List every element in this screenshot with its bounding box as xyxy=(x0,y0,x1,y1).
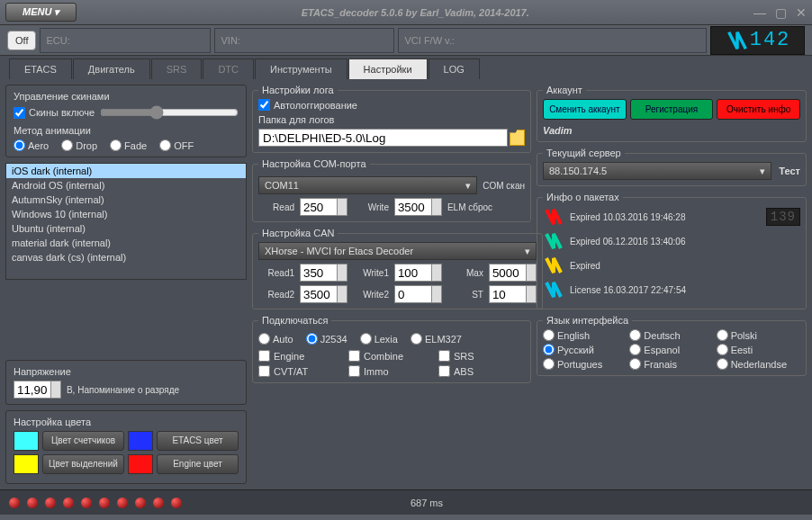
server-group: Текущий сервер 88.150.174.5 Тест xyxy=(537,148,807,186)
server-select[interactable]: 88.150.174.5 xyxy=(543,162,771,180)
voltage-spinner[interactable]: ▲▼ xyxy=(14,381,61,399)
skin-item[interactable]: iOS dark (internal) xyxy=(6,164,246,178)
connect-radio-j2534[interactable]: J2534 xyxy=(306,333,347,345)
log-title: Настройки лога xyxy=(258,85,338,95)
skin-list[interactable]: iOS dark (internal)Android OS (internal)… xyxy=(5,163,247,280)
change-account-button[interactable]: Сменить аккаунт xyxy=(543,99,627,120)
com-group: Настройка COM-порта COM11 COM скан Read … xyxy=(252,158,531,222)
lang-radio[interactable]: Deutsch xyxy=(629,329,713,341)
window-title: ETACS_decoder 5.0.6 by Earl_Vadim, 2014-… xyxy=(77,7,753,18)
lang-radio[interactable]: Nederlandse xyxy=(717,358,800,370)
connect-radio-auto[interactable]: Auto xyxy=(258,333,293,345)
close-button[interactable]: ✕ xyxy=(796,5,807,20)
highlight-color-swatch[interactable] xyxy=(14,454,39,474)
lang-title: Язык интерфейса xyxy=(543,315,632,326)
elm-reset-label[interactable]: ELM сброс xyxy=(447,202,492,212)
test-button[interactable]: Тест xyxy=(779,166,800,176)
lang-group: Язык интерфейса EnglishDeutschPolskiРусс… xyxy=(537,315,807,376)
lang-radio[interactable]: English xyxy=(543,329,627,341)
lang-radio[interactable]: Polski xyxy=(717,329,800,341)
tab-etacs[interactable]: ETACS xyxy=(9,58,72,79)
log-folder-input[interactable] xyxy=(258,129,508,147)
titlebar: MENU ETACS_decoder 5.0.6 by Earl_Vadim, … xyxy=(0,0,812,25)
folder-icon[interactable] xyxy=(510,130,525,146)
highlight-color-button[interactable]: Цвет выделений xyxy=(42,454,124,474)
package-row: License 16.03.2017 22:47:54 xyxy=(543,279,800,300)
lang-radio[interactable]: Eesti xyxy=(717,344,800,355)
tab-engine[interactable]: Двигатель xyxy=(73,58,150,79)
can-write2-label: Write2 xyxy=(353,290,389,300)
skins-enabled-checkbox[interactable]: Скины включе xyxy=(14,107,95,119)
lang-radio[interactable]: Espanol xyxy=(629,344,713,355)
system-checkbox-immo[interactable]: Immo xyxy=(348,365,435,377)
skins-slider[interactable] xyxy=(100,105,239,120)
etacs-color-button[interactable]: ETACS цвет xyxy=(157,431,239,451)
can-read2-spinner[interactable]: ▲▼ xyxy=(300,285,347,303)
tab-tools[interactable]: Инструменты xyxy=(255,58,347,79)
skin-item[interactable]: AutumnSky (internal) xyxy=(6,193,246,207)
system-checkbox-combine[interactable]: Combine xyxy=(348,350,435,362)
lang-radio[interactable]: Portugues xyxy=(543,358,627,370)
system-checkbox-srs[interactable]: SRS xyxy=(438,350,525,362)
colors-title: Настройка цвета xyxy=(14,417,239,427)
menu-button[interactable]: MENU xyxy=(5,3,77,22)
lang-radio[interactable]: Русский xyxy=(543,344,627,355)
anim-radio-off[interactable]: OFF xyxy=(159,139,194,151)
maximize-button[interactable]: ▢ xyxy=(775,5,787,20)
register-button[interactable]: Регистрация xyxy=(630,99,714,120)
com-port-select[interactable]: COM11 xyxy=(258,176,477,194)
com-write-spinner[interactable]: ▲▼ xyxy=(394,198,442,216)
can-write1-spinner[interactable]: ▲▼ xyxy=(394,264,442,282)
skin-item[interactable]: Windows 10 (internal) xyxy=(6,207,246,221)
tab-settings[interactable]: Настройки xyxy=(348,58,428,79)
package-row: Expired 10.03.2016 19:46:28139 xyxy=(543,206,800,228)
ecu-info: ECU: xyxy=(40,28,211,53)
can-write2-spinner[interactable]: ▲▼ xyxy=(394,285,442,303)
system-checkbox-engine[interactable]: Engine xyxy=(258,350,345,362)
account-title: Аккаунт xyxy=(543,85,586,95)
can-group: Настройка CAN XHorse - MVCI for Etacs De… xyxy=(252,228,543,309)
off-button[interactable]: Off xyxy=(7,31,36,50)
connect-radio-elm327[interactable]: ELM327 xyxy=(411,333,462,345)
can-read1-spinner[interactable]: ▲▼ xyxy=(300,264,347,282)
skins-title: Управление скинами xyxy=(14,91,239,102)
anim-radio-fade[interactable]: Fade xyxy=(110,139,147,151)
anim-radio-aero[interactable]: Aero xyxy=(14,139,49,151)
engine-color-button[interactable]: Engine цвет xyxy=(157,454,239,474)
skin-item[interactable]: canvas dark (cs) (internal) xyxy=(6,250,246,264)
lang-radio[interactable]: Franais xyxy=(629,358,713,370)
can-st-spinner[interactable]: ▲▼ xyxy=(489,285,537,303)
voltage-hint: В, Напоминание о разряде xyxy=(67,385,179,395)
skin-item[interactable]: Ubuntu (internal) xyxy=(6,221,246,236)
package-icon xyxy=(543,279,564,300)
autolog-checkbox[interactable]: Автологгирование xyxy=(258,99,525,111)
minimize-button[interactable]: — xyxy=(753,5,766,20)
status-dot xyxy=(153,498,164,508)
engine-color-swatch[interactable] xyxy=(128,454,153,474)
skin-item[interactable]: material dark (internal) xyxy=(6,236,246,250)
package-icon xyxy=(543,206,564,228)
com-write-label: Write xyxy=(353,202,389,212)
tab-srs[interactable]: SRS xyxy=(151,58,203,79)
package-icon xyxy=(543,230,564,252)
connect-radio-lexia[interactable]: Lexia xyxy=(360,333,398,345)
colors-group: Настройка цвета Цвет счетчиков ETACS цве… xyxy=(5,410,247,484)
skin-item[interactable]: Android OS (internal) xyxy=(6,178,246,193)
counter-color-button[interactable]: Цвет счетчиков xyxy=(42,431,124,451)
system-checkbox-cvt-at[interactable]: CVT/AT xyxy=(258,365,345,377)
status-dot xyxy=(171,498,182,508)
com-scan-label[interactable]: COM скан xyxy=(483,181,525,191)
package-counter: 139 xyxy=(766,208,800,226)
com-title: Настройка COM-порта xyxy=(258,158,370,169)
can-max-spinner[interactable]: ▲▼ xyxy=(489,264,537,282)
counter-color-swatch[interactable] xyxy=(14,431,39,451)
etacs-color-swatch[interactable] xyxy=(128,431,153,451)
anim-radio-drop[interactable]: Drop xyxy=(61,139,97,151)
com-read-spinner[interactable]: ▲▼ xyxy=(300,198,347,216)
tab-log[interactable]: LOG xyxy=(429,58,480,79)
clear-info-button[interactable]: Очистить инфо xyxy=(717,99,800,120)
tab-dtc[interactable]: DTC xyxy=(203,58,254,79)
status-dot xyxy=(9,498,20,508)
can-device-select[interactable]: XHorse - MVCI for Etacs Decoder xyxy=(258,242,537,260)
system-checkbox-abs[interactable]: ABS xyxy=(438,365,525,377)
